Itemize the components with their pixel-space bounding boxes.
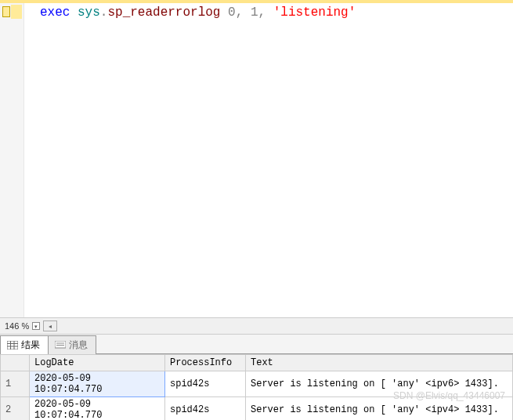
svg-rect-5: [55, 341, 66, 348]
arg-0: 0: [228, 5, 236, 20]
results-grid-icon: [7, 341, 18, 349]
results-tabs: 结果 消息: [0, 335, 513, 354]
line-indicator-icon: [2, 6, 10, 17]
tab-messages-label: 消息: [69, 339, 88, 352]
zoom-level: 146 %: [5, 321, 29, 331]
svg-rect-0: [7, 341, 18, 349]
header-row: LogDate ProcessInfo Text: [1, 355, 513, 371]
corner-cell: [1, 355, 30, 371]
col-text[interactable]: Text: [246, 355, 513, 371]
comma: ,: [236, 5, 251, 20]
scroll-left-button[interactable]: ◂: [43, 320, 57, 331]
col-logdate[interactable]: LogDate: [30, 355, 165, 371]
string-literal: 'listening': [273, 5, 356, 20]
zoom-dropdown-icon[interactable]: ▾: [32, 322, 40, 330]
editor-gutter: [0, 3, 24, 317]
line-highlight: [11, 5, 22, 19]
comma: ,: [258, 5, 273, 20]
code-line[interactable]: exec sys.sp_readerrorlog 0, 1, 'listenin…: [24, 3, 356, 317]
editor-status-bar: 146 % ▾ ◂: [0, 317, 513, 335]
arg-1: 1: [251, 5, 258, 20]
proc-name: sp_readerrorlog: [107, 5, 220, 20]
sql-editor[interactable]: exec sys.sp_readerrorlog 0, 1, 'listenin…: [0, 3, 513, 317]
space: [220, 5, 228, 20]
schema-sys: sys: [78, 5, 100, 20]
row-number[interactable]: 2: [1, 397, 30, 421]
col-processinfo[interactable]: ProcessInfo: [165, 355, 246, 371]
row-number[interactable]: 1: [1, 371, 30, 397]
messages-icon: [55, 341, 66, 349]
dot: .: [100, 5, 108, 20]
tab-results[interactable]: 结果: [0, 335, 49, 354]
tab-messages[interactable]: 消息: [48, 335, 96, 354]
watermark: SDN @Elvis/qq_43446007: [393, 390, 505, 401]
results-grid[interactable]: LogDate ProcessInfo Text 1 2020-05-09 10…: [0, 354, 513, 420]
cell-processinfo[interactable]: spid42s: [165, 397, 246, 421]
tab-results-label: 结果: [21, 339, 40, 352]
keyword-exec: exec: [40, 5, 70, 20]
cell-logdate[interactable]: 2020-05-09 10:07:04.770: [30, 397, 165, 421]
cell-processinfo[interactable]: spid42s: [165, 371, 246, 397]
cell-logdate[interactable]: 2020-05-09 10:07:04.770: [30, 371, 165, 397]
